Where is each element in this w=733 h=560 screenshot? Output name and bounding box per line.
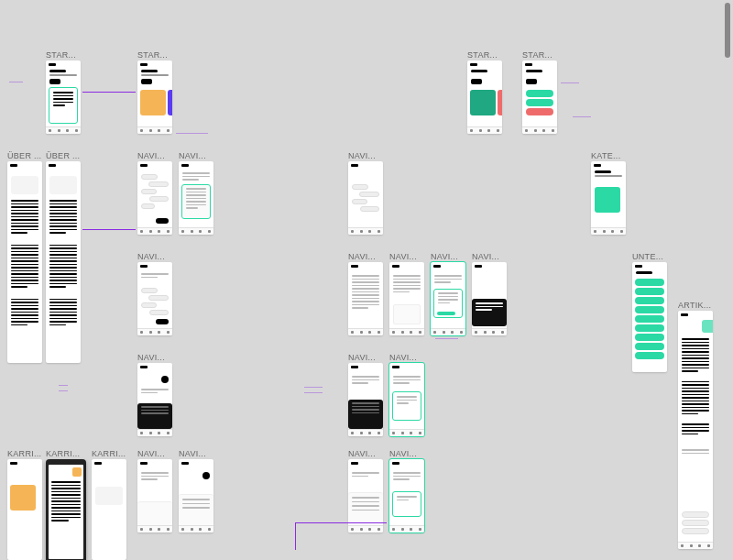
frame-navi-3[interactable]: NAVI...: [348, 151, 383, 235]
frame-label: NAVI...: [348, 151, 383, 160]
frame-label: NAVI...: [137, 252, 172, 261]
frame-label: NAVI...: [389, 353, 424, 362]
frame-karri-2-device[interactable]: KARRI...: [46, 449, 86, 560]
frame-navi-15[interactable]: NAVI...: [389, 449, 424, 533]
frame-label: STAR...: [137, 50, 172, 60]
frame-navi-10[interactable]: NAVI...: [348, 353, 383, 436]
annotation: ———: [9, 80, 44, 85]
annotation: ————————: [304, 385, 345, 395]
frame-label: NAVI...: [389, 449, 424, 458]
frame-label: NAVI...: [137, 353, 172, 362]
frame-navi-5[interactable]: NAVI...: [348, 252, 383, 335]
frame-navi-1[interactable]: NAVI...: [137, 151, 172, 235]
frame-label: NAVI...: [472, 252, 507, 261]
frame-label: NAVI...: [348, 353, 383, 362]
frame-label: NAVI...: [389, 252, 424, 261]
frame-label: ÜBER ...: [7, 151, 42, 160]
frame-star-2[interactable]: STAR...: [137, 50, 172, 134]
annotation: ———————: [176, 131, 231, 137]
frame-label: STAR...: [46, 50, 81, 60]
frame-navi-9[interactable]: NAVI...: [137, 353, 172, 436]
frame-navi-7[interactable]: NAVI...: [431, 252, 465, 335]
frame-label: KARRI...: [7, 449, 42, 458]
frame-karri-3[interactable]: KARRI...: [92, 449, 126, 560]
frame-karri-1[interactable]: KARRI...: [7, 449, 42, 560]
frame-artik[interactable]: ARTIK...: [678, 301, 713, 549]
frame-label: NAVI...: [431, 252, 465, 261]
frame-navi-8[interactable]: NAVI...: [472, 252, 507, 335]
connector: [295, 522, 296, 550]
frame-kate[interactable]: KATE...: [591, 151, 626, 235]
frame-label: ARTIK...: [678, 301, 713, 310]
frame-label: KARRI...: [46, 449, 86, 458]
frame-navi-14[interactable]: NAVI...: [348, 449, 383, 533]
connector: [82, 229, 136, 230]
frame-label: KARRI...: [92, 449, 126, 458]
connector: [82, 92, 136, 93]
frame-star-3[interactable]: STAR...: [467, 50, 502, 134]
frame-unte[interactable]: UNTE...: [632, 252, 667, 372]
frame-label: STAR...: [467, 50, 502, 60]
frame-label: NAVI...: [348, 449, 383, 458]
frame-uber-2[interactable]: ÜBER ...: [46, 151, 81, 363]
frame-label: STAR...: [522, 50, 557, 60]
connector: [295, 522, 387, 523]
frame-uber-1[interactable]: ÜBER ...: [7, 151, 42, 363]
frame-label: NAVI...: [137, 151, 172, 160]
frame-navi-12[interactable]: NAVI...: [137, 449, 172, 533]
frame-label: UNTE...: [632, 252, 667, 261]
frame-navi-13[interactable]: NAVI...: [179, 449, 213, 533]
frame-star-4[interactable]: STAR...: [522, 50, 557, 134]
scrollbar[interactable]: [725, 3, 730, 58]
frame-navi-11[interactable]: NAVI...: [389, 353, 424, 436]
annotation: ————: [59, 383, 86, 393]
frame-navi-6[interactable]: NAVI...: [389, 252, 424, 335]
frame-navi-2[interactable]: NAVI...: [179, 151, 213, 235]
frame-label: NAVI...: [179, 449, 213, 458]
annotation: ————: [573, 115, 618, 120]
annotation: —————: [435, 336, 499, 342]
annotation: ————: [561, 81, 607, 86]
frame-label: KATE...: [591, 151, 626, 160]
frame-label: NAVI...: [179, 151, 213, 160]
frame-label: NAVI...: [348, 252, 383, 261]
design-canvas[interactable]: STAR... STAR... STAR...: [0, 0, 733, 560]
frame-star-1[interactable]: STAR...: [46, 50, 81, 134]
frame-label: ÜBER ...: [46, 151, 81, 160]
frame-navi-4[interactable]: NAVI...: [137, 252, 172, 335]
frame-label: NAVI...: [137, 449, 172, 458]
